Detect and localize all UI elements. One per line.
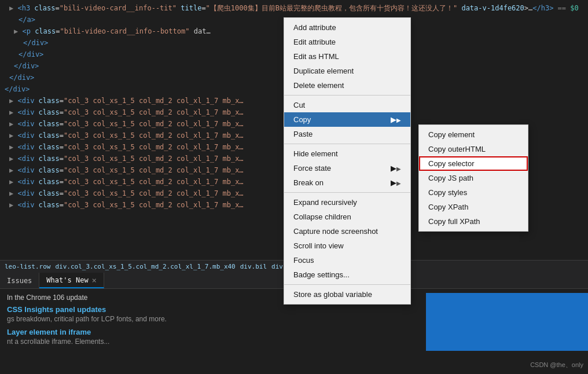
menu-separator [284,284,410,285]
menu-item-label: Focus [293,256,314,265]
menu-item-focus[interactable]: Focus [284,253,410,267]
menu-separator [284,192,410,193]
menu-item-label: Edit as HTML [293,52,339,61]
context-menu-primary: Add attribute Edit attribute Edit as HTM… [284,17,411,305]
submenu-item-copy-full-xpath[interactable]: Copy full XPath [419,214,528,229]
menu-item-label: Paste [293,130,313,138]
code-line: ▶ <h3 class="bili-video-card__info--tit"… [0,2,588,14]
submenu-item-copy-xpath[interactable]: Copy XPath [419,200,528,214]
submenu-item-label: Copy XPath [428,203,468,211]
menu-item-badge-settings[interactable]: Badge settings... [284,267,410,282]
menu-item-expand-recursively[interactable]: Expand recursively [284,195,410,210]
menu-item-add-attribute[interactable]: Add attribute [284,20,410,35]
menu-item-label: Add attribute [293,23,336,32]
menu-item-delete-element[interactable]: Delete element [284,78,410,93]
menu-separator [284,144,410,144]
submenu-item-copy-js-path[interactable]: Copy JS path [419,171,528,185]
submenu-item-label: Copy full XPath [428,217,480,226]
tab-whats-new[interactable]: What's New × [39,273,104,288]
menu-item-edit-attribute[interactable]: Edit attribute [284,35,410,49]
menu-item-label: Copy [293,115,311,124]
submenu-item-label: Copy outerHTML [428,145,486,153]
context-menu-copy-submenu: Copy element Copy outerHTML Copy selecto… [418,124,528,232]
submenu-item-copy-styles[interactable]: Copy styles [419,185,528,200]
tab-close-icon[interactable]: × [92,276,97,285]
menu-item-label: Force state [293,164,331,173]
submenu-item-copy-outerhtml[interactable]: Copy outerHTML [419,142,528,156]
menu-item-cut[interactable]: Cut [284,98,410,112]
menu-item-duplicate-element[interactable]: Duplicate element [284,64,410,78]
menu-item-label: Badge settings... [293,270,350,279]
submenu-arrow-icon: ▶ [391,178,401,187]
menu-item-collapse-children[interactable]: Collapse children [284,210,410,224]
menu-item-label: Store as global variable [293,290,372,299]
menu-item-label: Scroll into view [293,241,344,250]
blue-image-placeholder [426,293,588,351]
submenu-item-copy-element[interactable]: Copy element [419,127,528,142]
menu-separator [284,95,410,96]
breadcrumb-item[interactable]: leo-list.row [5,263,50,270]
menu-item-label: Break on [293,178,324,187]
tab-whats-new-label: What's New [46,276,88,284]
menu-item-copy[interactable]: Copy ▶ [284,112,410,127]
breadcrumb-item[interactable]: div.bil [240,263,267,270]
submenu-item-label: Copy selector [428,159,474,168]
menu-item-label: Capture node screenshot [293,227,378,236]
submenu-arrow-icon: ▶ [391,115,401,124]
menu-item-label: Hide element [293,149,338,158]
menu-item-label: Expand recursively [293,198,357,207]
menu-item-label: Duplicate element [293,67,354,75]
menu-item-edit-as-html[interactable]: Edit as HTML [284,49,410,64]
watermark: CSDN @the、only [530,361,583,369]
menu-item-label: Edit attribute [293,38,336,46]
menu-item-store-as-global[interactable]: Store as global variable [284,287,410,302]
menu-item-scroll-into-view[interactable]: Scroll into view [284,239,410,253]
menu-item-break-on[interactable]: Break on ▶ [284,175,410,190]
submenu-item-label: Copy element [428,130,475,139]
menu-item-force-state[interactable]: Force state ▶ [284,161,410,175]
submenu-item-copy-selector[interactable]: Copy selector [419,156,528,171]
menu-item-label: Collapse children [293,212,351,221]
submenu-item-label: Copy styles [428,188,467,197]
breadcrumb-item[interactable]: div.col_3.col_xs_1_5.col_md_2.col_xl_1_7… [55,263,235,270]
menu-item-paste[interactable]: Paste [284,127,410,141]
menu-item-label: Delete element [293,81,344,90]
menu-item-label: Cut [293,101,305,109]
menu-item-hide-element[interactable]: Hide element [284,146,410,161]
submenu-arrow-icon: ▶ [391,164,401,173]
submenu-item-label: Copy JS path [428,174,473,182]
tab-issues-label: Issues [7,277,32,285]
tab-issues[interactable]: Issues [0,273,39,288]
menu-item-capture-screenshot[interactable]: Capture node screenshot [284,224,410,239]
